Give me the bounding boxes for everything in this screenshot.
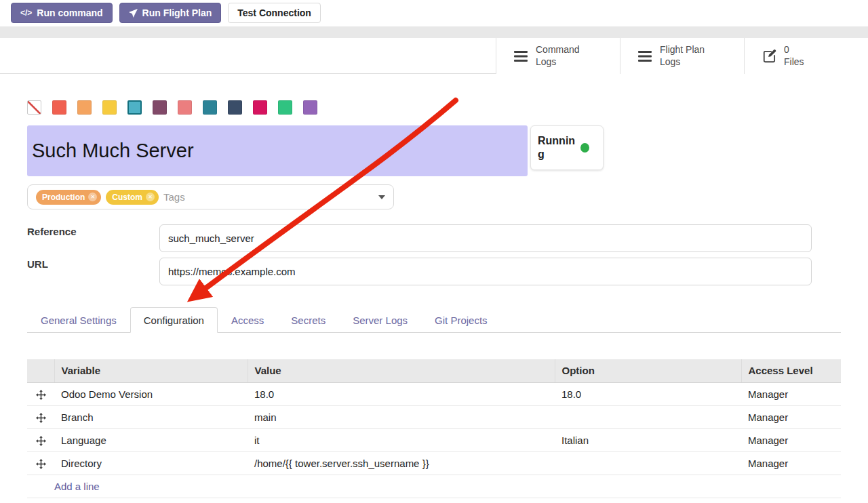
handle-column-header <box>27 359 54 382</box>
command-logs-label: Command Logs <box>536 44 580 68</box>
access-level-column-header[interactable]: Access Level <box>741 359 841 382</box>
color-swatch-raspberry[interactable] <box>253 100 267 115</box>
list-icon <box>514 50 529 62</box>
code-icon: </> <box>20 8 32 18</box>
stat-button-group: Command Logs Flight Plan Logs <box>496 38 868 74</box>
table-row[interactable]: Directory /home/{{ tower.server.ssh_user… <box>27 451 841 475</box>
url-input[interactable] <box>159 258 812 285</box>
tags-placeholder: Tags <box>163 191 185 203</box>
server-form-screen: </> Run command Run Flight Plan Test Con… <box>0 0 868 503</box>
variable-cell[interactable]: Directory <box>54 451 248 475</box>
paper-plane-icon <box>129 9 138 18</box>
status-dot-icon <box>580 143 589 153</box>
run-flight-plan-button[interactable]: Run Flight Plan <box>119 3 222 23</box>
option-cell[interactable]: 18.0 <box>555 382 741 405</box>
color-swatch-yellow[interactable] <box>102 100 117 115</box>
access-level-cell[interactable]: Manager <box>741 428 841 451</box>
color-swatch-teal[interactable] <box>203 100 217 115</box>
remove-tag-icon[interactable]: ✕ <box>146 193 155 201</box>
color-swatch-almond[interactable] <box>178 100 192 115</box>
remove-tag-icon[interactable]: ✕ <box>88 193 97 201</box>
test-connection-button[interactable]: Test Connection <box>228 3 321 23</box>
drag-handle-icon[interactable] <box>27 405 54 428</box>
access-level-cell[interactable]: Manager <box>741 405 841 428</box>
table-row[interactable]: Branch main Manager <box>27 405 841 428</box>
variable-cell[interactable]: Language <box>54 428 248 451</box>
server-name-text: Such Much Server <box>32 140 194 162</box>
tab-general-settings[interactable]: General Settings <box>27 307 130 333</box>
form-header: Command Logs Flight Plan Logs <box>0 38 868 74</box>
add-line-row: Add a line <box>27 475 841 498</box>
run-command-button[interactable]: </> Run command <box>11 3 113 23</box>
variable-column-header[interactable]: Variable <box>54 359 248 382</box>
url-label: URL <box>27 258 48 270</box>
flight-plan-logs-button[interactable]: Flight Plan Logs <box>620 38 744 74</box>
access-level-cell[interactable]: Manager <box>741 451 841 475</box>
table-row[interactable]: Language it Italian Manager <box>27 428 841 451</box>
table-row[interactable]: Odoo Demo Version 18.0 18.0 Manager <box>27 382 841 405</box>
option-cell[interactable] <box>555 451 741 475</box>
files-button[interactable]: 0 Files <box>744 38 868 74</box>
status-label: Running <box>538 134 576 161</box>
configuration-table: Variable Value Option Access Level Odoo … <box>27 359 841 498</box>
color-swatch-red[interactable] <box>52 100 66 115</box>
edit-icon <box>762 49 777 64</box>
tab-git-projects[interactable]: Git Projects <box>421 307 501 333</box>
files-label: 0 Files <box>784 44 804 68</box>
drag-handle-icon[interactable] <box>27 451 54 475</box>
drag-handle-icon[interactable] <box>27 382 54 405</box>
tag-custom-label: Custom <box>112 193 142 202</box>
color-swatch-none[interactable] <box>27 100 41 115</box>
color-swatch-purple[interactable] <box>153 100 167 115</box>
run-flight-plan-label: Run Flight Plan <box>142 7 212 18</box>
value-cell[interactable]: main <box>248 405 555 428</box>
color-palette <box>27 100 317 115</box>
tag-custom[interactable]: Custom ✕ <box>106 190 159 205</box>
notebook-tabs: General Settings Configuration Access Se… <box>27 307 841 333</box>
flight-plan-logs-label: Flight Plan Logs <box>660 44 705 68</box>
table-header-row: Variable Value Option Access Level <box>27 359 841 382</box>
list-icon <box>638 50 653 62</box>
drag-handle-icon[interactable] <box>27 428 54 451</box>
add-a-line-link[interactable]: Add a line <box>27 475 841 498</box>
color-swatch-orange[interactable] <box>77 100 92 115</box>
reference-input[interactable] <box>159 224 812 252</box>
value-cell[interactable]: 18.0 <box>248 382 555 405</box>
access-level-cell[interactable]: Manager <box>741 382 841 405</box>
server-name-input[interactable]: Such Much Server <box>27 125 528 176</box>
run-command-label: Run command <box>37 7 102 18</box>
tags-field[interactable]: Production ✕ Custom ✕ Tags <box>27 184 394 209</box>
color-swatch-green[interactable] <box>278 100 292 115</box>
tag-production[interactable]: Production ✕ <box>36 190 101 205</box>
tab-access[interactable]: Access <box>218 307 277 333</box>
reference-label: Reference <box>27 226 77 237</box>
action-toolbar: </> Run command Run Flight Plan Test Con… <box>11 3 321 23</box>
tab-configuration[interactable]: Configuration <box>130 307 218 333</box>
color-swatch-blue[interactable] <box>228 100 242 115</box>
status-badge[interactable]: Running <box>530 125 604 170</box>
value-cell[interactable]: /home/{{ tower.server.ssh_username }} <box>248 451 555 475</box>
test-connection-label: Test Connection <box>237 7 311 18</box>
chevron-down-icon[interactable] <box>378 195 385 199</box>
value-column-header[interactable]: Value <box>248 359 555 382</box>
color-swatch-violet[interactable] <box>303 100 317 115</box>
option-cell[interactable] <box>555 405 741 428</box>
option-cell[interactable]: Italian <box>555 428 741 451</box>
tag-production-label: Production <box>42 193 85 202</box>
variable-cell[interactable]: Branch <box>54 405 248 428</box>
tab-secrets[interactable]: Secrets <box>277 307 339 333</box>
option-column-header[interactable]: Option <box>555 359 741 382</box>
command-logs-button[interactable]: Command Logs <box>496 38 620 74</box>
tab-server-logs[interactable]: Server Logs <box>339 307 421 333</box>
color-swatch-cyan-selected[interactable] <box>127 100 142 115</box>
divider-strip <box>0 26 868 38</box>
variable-cell[interactable]: Odoo Demo Version <box>54 382 248 405</box>
value-cell[interactable]: it <box>248 428 555 451</box>
